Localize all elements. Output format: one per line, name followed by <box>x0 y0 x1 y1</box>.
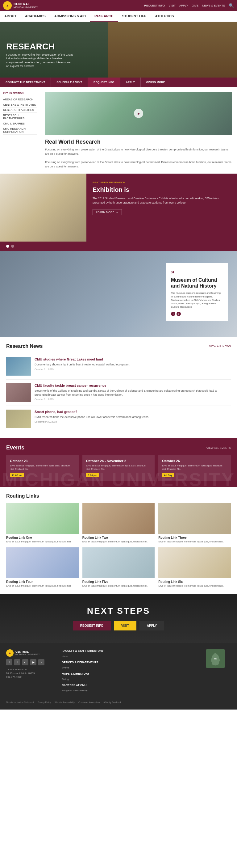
view-all-news[interactable]: VIEW ALL NEWS <box>209 345 231 348</box>
footer-nav-title-2: OFFICES & DEPARTMENTS <box>62 661 200 664</box>
instagram-icon[interactable]: in <box>22 659 28 665</box>
footer-nav-title-3: MAPS & DIRECTORY <box>62 672 200 675</box>
play-button[interactable] <box>134 109 143 118</box>
routing-link-title-1: Routing Link One <box>6 536 79 539</box>
action-bar: CONTACT THE DEPARTMENT SCHEDULE A VISIT … <box>0 78 237 87</box>
footer-nav-link-budget[interactable]: Budget & Transparency <box>62 689 200 692</box>
facebook-icon[interactable]: f <box>6 659 12 665</box>
action-contact[interactable]: CONTACT THE DEPARTMENT <box>0 78 51 87</box>
real-world-desc1: Focusing on everything from preservation… <box>45 148 232 156</box>
routing-card-6[interactable]: Routing Link Six Ervo et lacus fringique… <box>158 547 231 588</box>
routing-link-desc-3: Ervo et lacus fringique, elementum ligul… <box>158 540 231 544</box>
nav-news-events[interactable]: NEWS & EVENTS <box>202 4 225 7</box>
event-date-1: October 23 <box>10 459 75 463</box>
news-image-2 <box>6 383 31 402</box>
linkedin-icon[interactable]: li <box>38 659 44 665</box>
featured-title: Exhibition is <box>93 186 231 193</box>
action-apply[interactable]: APPLY <box>121 78 141 87</box>
hero-description: Focusing on everything from preservation… <box>6 53 74 68</box>
nav-academics[interactable]: ACADEMICS <box>21 11 50 22</box>
nav-student-life[interactable]: STUDENT LIFE <box>118 11 151 22</box>
museum-quote-icon: » <box>171 268 223 275</box>
footer-privacy[interactable]: Privacy Policy <box>38 701 51 703</box>
routing-link-desc-4: Ervo et lacus fringique, elementum ligul… <box>6 584 79 588</box>
sidebar-item-corporation[interactable]: CMU RESEARCH CORPORATION <box>3 126 37 135</box>
routing-card-1[interactable]: Routing Link One Ervo et lacus fringique… <box>6 503 79 544</box>
news-title-2[interactable]: CMU faculty tackle breast cancer recurre… <box>35 383 231 388</box>
routing-card-3[interactable]: Routing Link Three Ervo et lacus fringiq… <box>158 503 231 544</box>
sidebar-item-libraries[interactable]: CMU LIBRARIES <box>3 121 37 126</box>
featured-label: FEATURED RESEARCH <box>93 181 231 184</box>
news-image-1 <box>6 357 31 376</box>
news-date-2: October 11, 2019 <box>35 398 231 401</box>
footer-nav-link-giving[interactable]: Giving <box>62 678 200 681</box>
nav-about[interactable]: ABOUT <box>0 11 21 22</box>
nav-apply[interactable]: APPLY <box>179 4 188 7</box>
museum-dot-next[interactable]: › <box>176 312 181 316</box>
routing-link-desc-1: Ervo et lacus fringique, elementum ligul… <box>6 540 79 544</box>
logo[interactable]: ▲ CENTRAL MICHIGAN UNIVERSITY <box>3 1 38 10</box>
news-desc-2: Steve Kohls of the College of Medicine a… <box>35 389 231 397</box>
news-section-title: Research News <box>6 343 42 349</box>
nav-give[interactable]: GIVE <box>192 4 198 7</box>
featured-text: FEATURED RESEARCH Exhibition is The 2019… <box>87 174 237 242</box>
featured-dots <box>0 242 237 251</box>
action-schedule[interactable]: SCHEDULE A VISIT <box>51 78 88 87</box>
sidebar-item-facilities[interactable]: RESEARCH FACILITIES <box>3 107 37 113</box>
footer-social: f t in ▶ li <box>6 659 56 665</box>
nav-admissions[interactable]: ADMISSIONS & AID <box>50 11 90 22</box>
news-title-1[interactable]: CMU studies where Great Lakes meet land <box>35 357 231 362</box>
research-video-thumbnail[interactable] <box>45 92 232 135</box>
next-steps-title: NEXT STEPS <box>73 606 164 616</box>
nav-visit[interactable]: VISIT <box>169 4 176 7</box>
footer: ▲ CENTRAL MICHIGAN UNIVERSITY f t in ▶ l… <box>0 643 237 710</box>
routing-link-title-4: Routing Link Four <box>6 580 79 584</box>
twitter-icon[interactable]: t <box>14 659 20 665</box>
routing-link-title-5: Routing Link Five <box>82 580 155 584</box>
youtube-icon[interactable]: ▶ <box>30 659 36 665</box>
footer-nondiscrimination[interactable]: Nondiscrimination Statement <box>6 701 34 703</box>
footer-accessibility[interactable]: Website Accessibility <box>55 701 75 703</box>
action-request-info[interactable]: REQUEST INFO <box>88 78 121 87</box>
routing-card-5[interactable]: Routing Link Five Ervo et lacus fringiqu… <box>82 547 155 588</box>
sidebar-item-partnerships[interactable]: RESEARCH PARTNERSHIPS <box>3 113 37 121</box>
next-steps-request-info[interactable]: REQUEST INFO <box>73 621 111 630</box>
news-item: CMU faculty tackle breast cancer recurre… <box>6 380 231 406</box>
museum-section: » Museum of Cultural and Natural History… <box>0 251 237 337</box>
nav-research[interactable]: RESEARCH <box>90 11 118 22</box>
next-steps-visit[interactable]: VISIT <box>114 621 136 630</box>
sidebar-item-centers[interactable]: CENTERS & INSTITUTES <box>3 102 37 107</box>
search-icon[interactable]: 🔍 <box>229 3 234 8</box>
museum-card: » Museum of Cultural and Natural History… <box>166 263 228 321</box>
nav-request-info[interactable]: REQUEST INFO <box>144 4 165 7</box>
footer-nav-link-home[interactable]: Home <box>62 655 200 658</box>
footer-consumer-info[interactable]: Consumer Information <box>78 701 100 703</box>
learn-more-button[interactable]: LEARN MORE → <box>93 209 122 215</box>
action-giving[interactable]: GIVING MORE <box>141 78 171 87</box>
footer-bottom: Nondiscrimination Statement Privacy Poli… <box>6 698 231 703</box>
svg-text:MI: MI <box>214 658 217 660</box>
footer-nav-title-1: FACULTY & STAFF DIRECTORY <box>62 649 200 652</box>
footer-affirmity[interactable]: Affirmity Feedback <box>103 701 121 703</box>
news-date-3: September 30, 2019 <box>35 421 231 423</box>
museum-dot-prev[interactable]: ‹ <box>171 312 175 316</box>
next-steps-apply[interactable]: APPLY <box>139 621 164 630</box>
routing-card-2[interactable]: Routing Link Two Ervo et lacus fringique… <box>82 503 155 544</box>
routing-section: Routing Links Routing Link One Ervo et l… <box>0 487 237 593</box>
routing-link-title-2: Routing Link Two <box>82 536 155 539</box>
michigan-icon: MI <box>206 649 225 668</box>
dot-2[interactable] <box>11 245 14 248</box>
routing-image-1 <box>6 503 79 534</box>
main-nav: ABOUT ACADEMICS ADMISSIONS & AID RESEARC… <box>0 11 237 22</box>
event-date-2: October 24 - November 2 <box>86 459 151 463</box>
routing-image-2 <box>82 503 155 534</box>
news-title-3[interactable]: Smart phone, bad grades? <box>35 410 231 414</box>
nav-athletics[interactable]: ATHLETICS <box>151 11 178 22</box>
museum-dots: ‹ › <box>171 312 223 316</box>
dot-1[interactable] <box>6 245 9 248</box>
sidebar-item-areas[interactable]: AREAS OF RESEARCH <box>3 97 37 102</box>
featured-section: FEATURED RESEARCH Exhibition is The 2019… <box>0 174 237 251</box>
footer-nav-link-events[interactable]: Events <box>62 666 200 669</box>
routing-card-4[interactable]: Routing Link Four Ervo et lacus fringiqu… <box>6 547 79 588</box>
view-all-events[interactable]: VIEW ALL EVENTS <box>206 446 231 450</box>
